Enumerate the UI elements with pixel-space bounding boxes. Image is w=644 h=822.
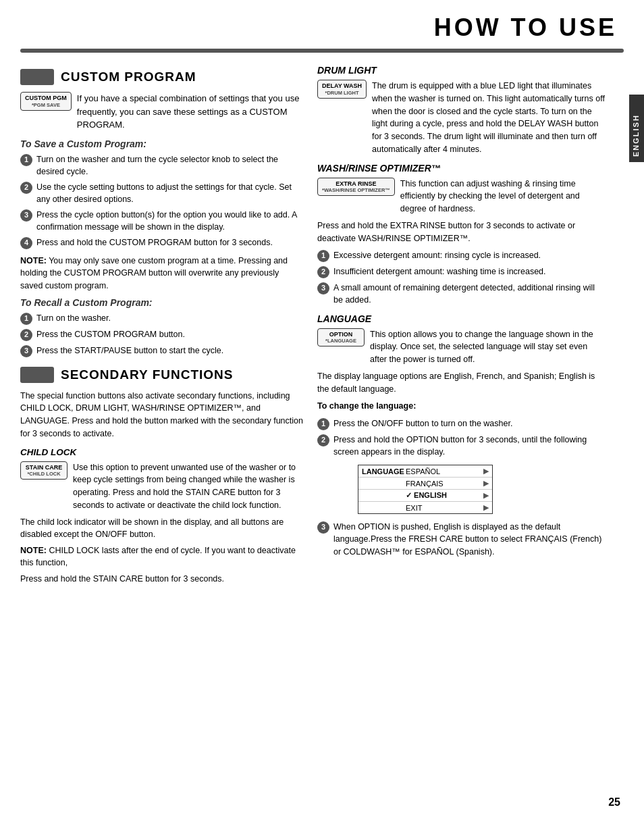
language-title: LANGUAGE: [317, 313, 605, 324]
exit-arrow-icon: ▶: [483, 503, 489, 512]
recall-custom-program-heading: To Recall a Custom Program:: [20, 297, 304, 308]
save-custom-program-heading: To Save a Custom Program:: [20, 138, 304, 149]
language-block: OPTION *LANGUAGE This option allows you …: [317, 328, 605, 366]
custom-program-note: NOTE: You may only save one custom progr…: [20, 255, 304, 291]
recall-step-1: 1 Turn on the washer.: [20, 312, 304, 325]
change-language-steps-list: 1 Press the ON/OFF button to turn on the…: [317, 417, 605, 458]
step-number-3: 3: [20, 209, 32, 222]
wash-rinse-steps-list: 1 Excessive detergent amount: rinsing cy…: [317, 249, 605, 306]
change-lang-step-3: 3 When OPTION is pushed, English is disp…: [317, 521, 605, 557]
step-number-4: 4: [20, 237, 32, 249]
wash-rinse-step-2: 2 Insufficient detergent amount: washing…: [317, 265, 605, 278]
drum-light-block: DELAY WASH *DRUM LIGHT The drum is equip…: [317, 80, 605, 156]
change-lang-step3-list: 3 When OPTION is pushed, English is disp…: [317, 521, 605, 557]
change-language-heading: To change the language:: [317, 400, 605, 413]
page-number: 25: [608, 796, 620, 808]
page-title: HOW TO USE: [20, 14, 624, 42]
secondary-functions-title: SECONDARY FUNCTIONS: [61, 367, 233, 382]
stain-care-button: STAIN CARE *CHILD LOCK: [20, 461, 68, 480]
cl-step-number-3: 3: [317, 521, 329, 534]
lang-francais-row: FRANÇAIS ▶: [358, 478, 492, 490]
lang-option-exit: EXIT: [406, 504, 483, 512]
recall-steps-list: 1 Turn on the washer. 2 Press the CUSTOM…: [20, 312, 304, 357]
wash-rinse-block: EXTRA RINSE *WASH/RINSE OPTIMIZER™ This …: [317, 178, 605, 215]
child-lock-text3: Press and hold the STAIN CARE button for…: [20, 573, 304, 585]
section-bar-secondary: [20, 367, 54, 383]
save-step-1: 1 Turn on the washer and turn the cycle …: [20, 153, 304, 178]
wash-rinse-step-3: 3 A small amount of remaining detergent …: [317, 282, 605, 306]
language-text2: The display language options are English…: [317, 370, 605, 396]
drum-light-title: DRUM LIGHT: [317, 65, 605, 76]
custom-program-intro-block: CUSTOM PGM *PGM SAVE If you have a speci…: [20, 92, 304, 132]
lang-english-row: ✓ ENGLISH ▶: [358, 490, 492, 502]
secondary-functions-intro: The special function buttons also activa…: [20, 390, 304, 440]
save-step-4: 4 Press and hold the CUSTOM PROGRAM butt…: [20, 236, 304, 249]
section-bar-custom: [20, 69, 54, 85]
english-sidebar-label: ENGLISH: [629, 95, 644, 162]
option-button: OPTION *LANGUAGE: [317, 328, 365, 347]
custom-pgm-button: CUSTOM PGM *PGM SAVE: [20, 92, 72, 111]
secondary-functions-section-header: SECONDARY FUNCTIONS: [20, 367, 304, 383]
child-lock-block: STAIN CARE *CHILD LOCK Use this option t…: [20, 461, 304, 512]
delay-wash-button: DELAY WASH *DRUM LIGHT: [317, 80, 367, 99]
wr-step-number-2: 2: [317, 266, 329, 278]
lang-option-francais: FRANÇAIS: [406, 480, 483, 488]
drum-light-text: The drum is equipped with a blue LED lig…: [372, 80, 605, 156]
child-lock-title: CHILD LOCK: [20, 447, 304, 457]
save-step-3: 3 Press the cycle option button(s) for t…: [20, 209, 304, 233]
title-underline: [20, 49, 624, 53]
wr-step-number-3: 3: [317, 282, 329, 294]
change-lang-step-1: 1 Press the ON/OFF button to turn on the…: [317, 417, 605, 430]
custom-program-intro-text: If you have a special combination of set…: [77, 92, 304, 132]
lang-option-english: ✓ ENGLISH: [406, 491, 483, 500]
custom-program-title: CUSTOM PROGRAM: [61, 70, 196, 84]
save-steps-list: 1 Turn on the washer and turn the cycle …: [20, 153, 304, 250]
child-lock-text1: Use this option to prevent unwanted use …: [73, 461, 304, 512]
lang-table-header-row: LANGUAGE ESPAÑOL ▶: [358, 465, 492, 478]
wash-rinse-title: WASH/RINSE OPTIMIZER™: [317, 163, 605, 174]
change-lang-step-2: 2 Press and hold the OPTION button for 3…: [317, 434, 605, 458]
recall-step-number-2: 2: [20, 329, 32, 341]
language-text1: This option allows you to change the lan…: [370, 328, 605, 366]
recall-step-3: 3 Press the START/PAUSE button to start …: [20, 344, 304, 357]
lang-option-espanol: ESPAÑOL: [406, 467, 483, 476]
cl-step-number-1: 1: [317, 418, 329, 430]
language-table: LANGUAGE ESPAÑOL ▶ FRANÇAIS ▶ ✓ ENGLISH …: [358, 465, 493, 514]
left-column: CUSTOM PROGRAM CUSTOM PGM *PGM SAVE If y…: [20, 65, 304, 589]
wash-rinse-text2: Press and hold the EXTRA RINSE button fo…: [317, 220, 605, 245]
lang-exit-row: EXIT ▶: [358, 502, 492, 513]
extra-rinse-button: EXTRA RINSE *WASH/RINSE OPTIMIZER™: [317, 178, 395, 197]
wash-rinse-text1: This function can adjust washing & rinsi…: [400, 178, 605, 215]
wr-step-number-1: 1: [317, 250, 329, 262]
cl-step-number-2: 2: [317, 434, 329, 446]
wash-rinse-step-1: 1 Excessive detergent amount: rinsing cy…: [317, 249, 605, 262]
recall-step-number-1: 1: [20, 313, 32, 325]
child-lock-text2: The child lock indicator will be shown i…: [20, 516, 304, 540]
francais-arrow-icon: ▶: [483, 479, 489, 488]
lang-table-label: LANGUAGE: [362, 467, 406, 476]
custom-program-section-header: CUSTOM PROGRAM: [20, 69, 304, 85]
child-lock-note: NOTE: CHILD LOCK lasts after the end of …: [20, 544, 304, 569]
recall-step-number-3: 3: [20, 345, 32, 357]
save-step-2: 2 Use the cycle setting buttons to adjus…: [20, 181, 304, 205]
right-column: DRUM LIGHT DELAY WASH *DRUM LIGHT The dr…: [317, 65, 605, 589]
step-number-2: 2: [20, 182, 32, 194]
step-number-1: 1: [20, 154, 32, 166]
english-arrow-icon: ▶: [483, 491, 489, 500]
recall-step-2: 2 Press the CUSTOM PROGRAM button.: [20, 328, 304, 341]
espanol-arrow-icon: ▶: [483, 467, 489, 476]
